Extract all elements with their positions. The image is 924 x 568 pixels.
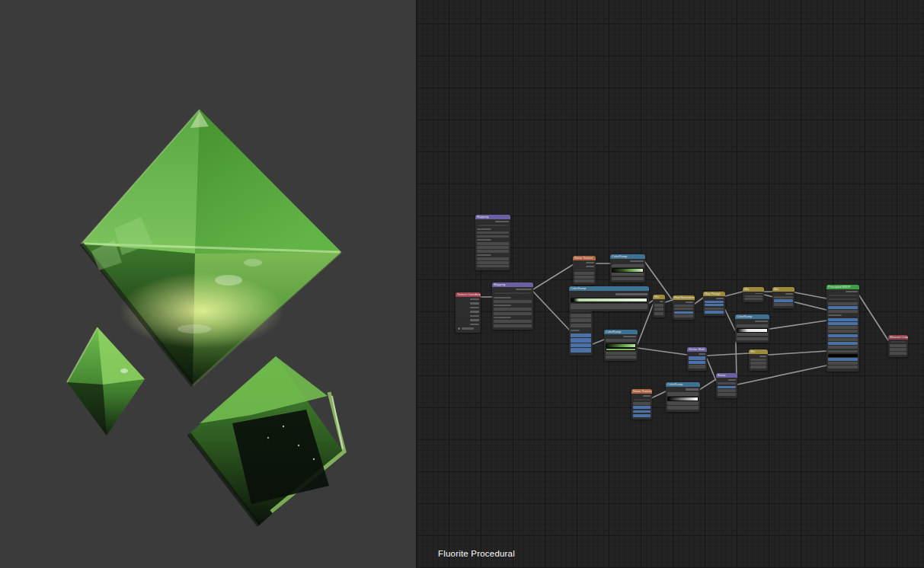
node-header[interactable]: Vector Math [687,347,707,352]
value-slider[interactable] [718,386,736,389]
node-noise-texture-2[interactable] [569,308,593,356]
node-header[interactable]: Noise Texture [631,389,652,394]
node-mix-4[interactable]: Mix [749,349,768,371]
value-field[interactable] [494,324,532,327]
value-field[interactable] [774,303,793,305]
value-slider[interactable] [828,342,858,345]
value-field[interactable] [494,320,532,323]
color-swatch[interactable] [606,348,636,351]
node-mix-2[interactable]: Mix [743,287,764,302]
value-field[interactable] [477,257,509,260]
value-field[interactable] [828,346,858,349]
value-field[interactable] [667,401,699,405]
value-field[interactable] [828,302,858,305]
value-slider[interactable] [633,414,651,417]
value-field[interactable] [890,348,906,351]
value-field[interactable] [571,318,591,322]
node-header[interactable]: Material Output [888,335,908,340]
node-color-ramp-big[interactable]: ColorRamp [569,286,649,311]
value-field[interactable] [574,279,594,282]
value-field[interactable] [737,337,768,340]
value-slider[interactable] [571,348,591,352]
dropdown-field[interactable] [477,224,509,227]
node-texture-coordinate[interactable]: Texture Coordinate [456,292,481,333]
node-vector-math[interactable]: Vector Math [687,347,707,371]
node-principled-bsdf[interactable]: Principled BSDF [826,285,859,372]
value-slider[interactable] [633,410,651,413]
value-field[interactable] [718,393,736,396]
value-field[interactable] [574,276,594,279]
value-field[interactable] [828,310,858,313]
node-noise-texture-1[interactable]: Noise Texture [573,256,596,285]
value-field[interactable] [606,356,636,359]
value-field[interactable] [667,392,699,396]
value-slider[interactable] [571,333,591,337]
value-slider[interactable] [828,318,858,321]
value-field[interactable] [890,352,906,355]
value-field[interactable] [750,362,766,364]
value-field[interactable] [654,304,663,307]
value-field[interactable] [667,406,699,410]
dropdown-field[interactable] [828,294,858,297]
value-slider[interactable] [828,322,858,325]
value-slider[interactable] [689,361,705,364]
value-field[interactable] [828,350,858,353]
value-field[interactable] [705,308,724,310]
node-mapping-main[interactable]: Mapping [492,282,533,330]
dropdown-field[interactable] [494,292,532,295]
value-field[interactable] [477,261,509,264]
value-field[interactable] [571,324,591,327]
value-field[interactable] [612,264,644,267]
value-slider[interactable] [828,358,858,361]
value-field[interactable] [477,231,509,235]
value-field[interactable] [689,365,705,368]
value-field[interactable] [718,389,736,392]
checkbox[interactable] [457,327,461,330]
value-field[interactable] [654,308,663,311]
node-color-ramp-1[interactable]: ColorRamp [610,254,645,282]
value-field[interactable] [750,365,766,368]
value-field[interactable] [828,362,858,365]
value-slider[interactable] [633,406,651,409]
value-field[interactable] [633,402,651,405]
node-mix-3[interactable]: Mix [772,287,795,308]
node-map-range[interactable]: Map Range [703,292,725,316]
node-material-output[interactable]: Material Output [888,335,908,357]
node-color-ramp-3[interactable]: ColorRamp [666,382,700,412]
color-swatch[interactable] [828,354,858,357]
value-field[interactable] [718,382,736,385]
node-header[interactable]: Noise Texture [573,256,596,260]
value-slider[interactable] [705,304,724,306]
value-slider[interactable] [705,311,724,313]
value-field[interactable] [494,308,532,311]
value-field[interactable] [750,359,766,361]
value-field[interactable] [477,246,509,249]
dropdown-field[interactable] [574,269,594,272]
value-field[interactable] [571,314,591,318]
value-field[interactable] [477,250,509,253]
value-field[interactable] [571,304,647,309]
value-field[interactable] [606,339,636,342]
value-field[interactable] [890,344,906,347]
node-bump[interactable]: Bump [716,373,737,398]
value-field[interactable] [828,365,858,369]
value-field[interactable] [606,352,636,355]
value-field[interactable] [774,296,793,298]
value-field[interactable] [674,314,693,317]
value-slider[interactable] [571,338,591,342]
value-slider[interactable] [828,306,858,309]
value-slider[interactable] [774,299,793,302]
color-ramp-gradient[interactable] [571,298,647,302]
value-field[interactable] [477,265,509,268]
value-field[interactable] [828,326,858,329]
value-field[interactable] [674,308,693,310]
value-field[interactable] [737,324,768,327]
node-noise-texture-3[interactable]: Noise Texture [631,389,652,420]
value-field[interactable] [612,277,644,280]
value-field[interactable] [477,235,509,238]
value-slider[interactable] [571,343,591,347]
color-ramp-gradient[interactable] [606,343,636,348]
value-field[interactable] [744,298,763,299]
node-color-ramp-bw[interactable]: ColorRamp [735,314,769,343]
value-slider[interactable] [674,311,693,314]
